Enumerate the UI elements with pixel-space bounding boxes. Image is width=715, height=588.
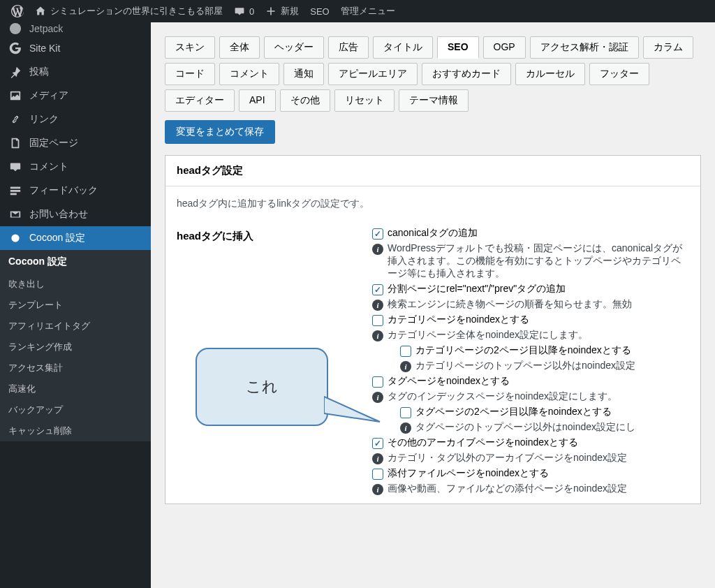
info-icon: i [400, 361, 411, 372]
sidebar-label: Cocoon 設定 [29, 232, 85, 244]
tab-アクセス解析・認証[interactable]: アクセス解析・認証 [530, 36, 639, 59]
checkbox-label: タグページの2ページ目以降をnoindexとする [415, 406, 612, 418]
admin-bar: シミュレーションの世界に引きこもる部屋 0 新規 SEO 管理メニュー [0, 0, 715, 22]
sidebar-item-media[interactable]: メディア [0, 84, 151, 108]
checkbox[interactable] [372, 228, 383, 240]
checkbox[interactable] [372, 438, 383, 449]
info-text: カテゴリページ全体をnoindex設定にします。 [388, 329, 588, 341]
submenu-item[interactable]: ランキング作成 [0, 337, 151, 358]
admin-menu-link[interactable]: 管理メニュー [335, 5, 401, 17]
info-text: 検索エンジンに続き物ページの順番を知らせます。無効 [388, 298, 632, 311]
tab-全体[interactable]: 全体 [219, 36, 260, 59]
info-line: iカテゴリページ全体をnoindex設定にします。 [372, 329, 689, 341]
tab-コード[interactable]: コード [165, 63, 215, 85]
sidebar-item-sitekit[interactable]: Site Kit [0, 36, 151, 60]
svg-point-1 [11, 234, 19, 242]
tab-その他[interactable]: その他 [280, 89, 330, 112]
info-text: カテゴリページのトップページ以外はnoindex設定 [415, 360, 635, 372]
info-text: WordPressデフォルトでも投稿・固定ページには、canonicalタグが挿… [388, 242, 689, 280]
comment-icon [8, 161, 22, 173]
sidebar-label: 固定ページ [29, 137, 78, 149]
home-icon [35, 6, 46, 17]
checkbox[interactable] [400, 407, 411, 418]
tab-ヘッダー[interactable]: ヘッダー [264, 36, 324, 59]
sidebar-item-jetpack[interactable]: Jetpack [0, 22, 151, 36]
seo-link[interactable]: SEO [304, 6, 334, 17]
submenu-item[interactable]: バックアップ [0, 399, 151, 420]
main-content: スキン全体ヘッダー広告タイトルSEOOGPアクセス解析・認証カラムコードコメント… [151, 22, 715, 588]
sidebar-item-pages[interactable]: 固定ページ [0, 131, 151, 155]
site-link[interactable]: シミュレーションの世界に引きこもる部屋 [29, 5, 228, 17]
sidebar: Jetpack Site Kit 投稿 メディア リンク 固定ページ コメン [0, 22, 151, 588]
plus-icon [265, 6, 277, 17]
submenu-item[interactable]: 高速化 [0, 378, 151, 399]
tab-API[interactable]: API [239, 89, 276, 112]
tab-カルーセル[interactable]: カルーセル [515, 63, 585, 85]
info-text: カテゴリ・タグ以外のアーカイブページをnoindex設定 [388, 452, 627, 464]
info-icon: i [372, 330, 383, 341]
tab-エディター[interactable]: エディター [165, 89, 235, 112]
info-text: 画像や動画、ファイルなどの添付ページをnoindex設定 [388, 483, 627, 495]
panel-description: headタグ内に追加するlinkタグの設定です。 [165, 186, 700, 221]
sidebar-label: リンク [29, 113, 59, 126]
mail-icon [8, 208, 22, 221]
checkbox[interactable] [372, 376, 383, 388]
checkbox[interactable] [372, 315, 383, 326]
checkbox[interactable] [372, 284, 383, 295]
checkbox[interactable] [372, 469, 383, 480]
tab-リセット[interactable]: リセット [334, 89, 395, 112]
info-line: iカテゴリ・タグ以外のアーカイブページをnoindex設定 [372, 452, 689, 464]
info-icon: i [372, 244, 383, 255]
sidebar-item-feedback[interactable]: フィードバック [0, 179, 151, 203]
sidebar-label: Site Kit [29, 43, 60, 54]
checkbox-line: 分割ページにrel="next"/"prev"タグの追加 [372, 283, 689, 295]
tab-広告[interactable]: 広告 [328, 36, 369, 59]
info-icon: i [400, 422, 411, 434]
tab-SEO[interactable]: SEO [437, 36, 479, 59]
submenu-item[interactable]: アフィリエイトタグ [0, 316, 151, 337]
submenu-item[interactable]: アクセス集計 [0, 358, 151, 378]
site-title: シミュレーションの世界に引きこもる部屋 [50, 5, 223, 17]
sidebar-label: お問い合わせ [29, 208, 88, 221]
submenu-item[interactable]: テンプレート [0, 295, 151, 316]
submenu-item[interactable]: キャッシュ削除 [0, 420, 151, 441]
panel-title: headタグ設定 [165, 156, 700, 186]
tab-OGP[interactable]: OGP [483, 36, 526, 59]
checkbox-line: カテゴリページの2ページ目以降をnoindexとする [400, 344, 689, 357]
wordpress-icon [11, 5, 24, 17]
sidebar-label: Jetpack [29, 23, 63, 34]
tab-スキン[interactable]: スキン [165, 36, 215, 59]
save-button[interactable]: 変更をまとめて保存 [165, 120, 275, 144]
tab-タイトル[interactable]: タイトル [373, 36, 433, 59]
new-link[interactable]: 新規 [260, 5, 304, 17]
sidebar-item-cocoon[interactable]: Cocoon 設定 [0, 226, 151, 250]
tab-アピールエリア[interactable]: アピールエリア [328, 63, 418, 85]
sidebar-item-contact[interactable]: お問い合わせ [0, 203, 151, 226]
tab-カラム[interactable]: カラム [643, 36, 693, 59]
checkbox-line: canonicalタグの追加 [372, 227, 689, 240]
sidebar-item-posts[interactable]: 投稿 [0, 60, 151, 84]
checkbox-line: カテゴリページをnoindexとする [372, 314, 689, 326]
tab-通知[interactable]: 通知 [283, 63, 324, 85]
tab-おすすめカード[interactable]: おすすめカード [422, 63, 511, 85]
tab-フッター[interactable]: フッター [589, 63, 649, 85]
comment-icon [234, 6, 245, 17]
sidebar-item-links[interactable]: リンク [0, 108, 151, 131]
checkbox-line: タグページの2ページ目以降をnoindexとする [400, 406, 689, 418]
info-line: i検索エンジンに続き物ページの順番を知らせます。無効 [372, 298, 689, 311]
jetpack-icon [8, 22, 22, 35]
tab-コメント[interactable]: コメント [219, 63, 279, 85]
checkbox-line: タグページをnoindexとする [372, 375, 689, 388]
submenu: Cocoon 設定 吹き出し テンプレート アフィリエイトタグ ランキング作成 … [0, 250, 151, 441]
submenu-item[interactable]: 吹き出し [0, 274, 151, 295]
comments-link[interactable]: 0 [228, 6, 260, 17]
tab-テーマ情報[interactable]: テーマ情報 [399, 89, 469, 112]
circle-icon [8, 233, 22, 243]
media-icon [8, 89, 22, 102]
callout-text: これ [246, 376, 278, 397]
sidebar-label: 投稿 [29, 66, 49, 78]
sidebar-label: メディア [29, 89, 68, 102]
checkbox[interactable] [400, 346, 411, 357]
wordpress-logo[interactable] [6, 5, 29, 17]
sidebar-item-comments[interactable]: コメント [0, 155, 151, 179]
